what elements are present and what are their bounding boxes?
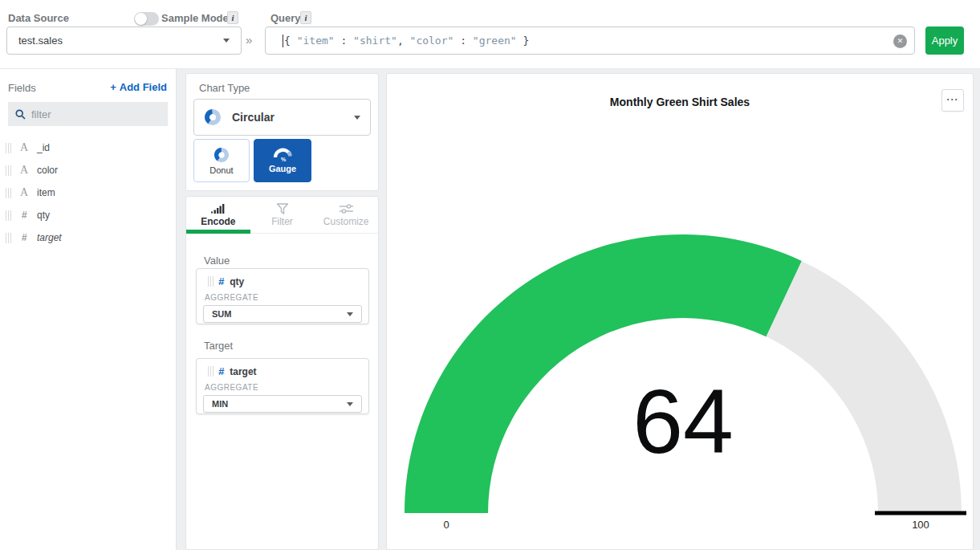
query-token: "item" bbox=[297, 35, 335, 47]
gauge-chart-icon: % bbox=[272, 148, 293, 161]
value-field-name: qty bbox=[230, 276, 244, 287]
query-token: "green" bbox=[473, 35, 517, 47]
fields-list: A_idAcolorAitem#qty#target bbox=[0, 136, 176, 249]
data-source-select[interactable]: test.sales bbox=[6, 26, 242, 55]
sample-mode-label: Sample Mode bbox=[161, 12, 229, 24]
query-token: , bbox=[397, 35, 410, 47]
field-name: qty bbox=[37, 210, 50, 221]
fields-title: Fields bbox=[8, 82, 36, 94]
gauge-value-text: 64 bbox=[523, 377, 844, 467]
query-token: } bbox=[517, 35, 530, 47]
chevron-separator-icon: » bbox=[246, 33, 252, 47]
query-token: : bbox=[335, 35, 353, 47]
bar-chart-icon bbox=[211, 203, 225, 214]
subtype-donut-button[interactable]: Donut bbox=[193, 139, 250, 182]
field-row-item[interactable]: Aitem bbox=[0, 181, 176, 204]
query-input[interactable]: { "item" : "shirt", "color" : "green" } bbox=[265, 26, 915, 55]
top-toolbar: Data Source Sample Mode i Query i test.s… bbox=[0, 0, 980, 69]
field-name: color bbox=[37, 165, 58, 176]
data-source-value: test.sales bbox=[18, 35, 63, 47]
drag-handle-icon[interactable] bbox=[208, 366, 213, 377]
chart-type-panel: Chart Type Circular Donut % Gauge bbox=[185, 73, 379, 191]
query-label: Query bbox=[270, 12, 301, 24]
search-icon bbox=[15, 109, 26, 120]
number-type-icon: # bbox=[218, 365, 224, 377]
plus-icon: + bbox=[110, 81, 116, 93]
query-token: { bbox=[284, 35, 297, 47]
subtype-gauge-button[interactable]: % Gauge bbox=[254, 139, 311, 182]
data-source-label: Data Source bbox=[8, 12, 69, 24]
chart-type-value: Circular bbox=[232, 111, 274, 124]
donut-chart-icon bbox=[213, 147, 230, 163]
tab-label: Filter bbox=[271, 216, 293, 227]
query-token: : bbox=[453, 35, 472, 47]
drag-handle-icon[interactable] bbox=[6, 188, 11, 198]
chart-type-label: Chart Type bbox=[199, 82, 250, 94]
toggle-knob-icon bbox=[135, 13, 147, 25]
gauge-chart bbox=[387, 74, 974, 550]
number-type-icon: # bbox=[218, 275, 224, 287]
donut-chart-icon bbox=[204, 108, 222, 126]
field-name: _id bbox=[37, 142, 50, 153]
chevron-down-icon bbox=[347, 402, 353, 406]
add-field-button[interactable]: +Add Field bbox=[110, 81, 167, 93]
query-token: "color" bbox=[410, 35, 454, 47]
string-type-icon: A bbox=[17, 164, 31, 177]
value-aggregate-select[interactable]: SUM bbox=[203, 305, 362, 323]
drag-handle-icon[interactable] bbox=[208, 276, 213, 287]
tab-filter[interactable]: Filter bbox=[250, 197, 315, 233]
sample-mode-toggle[interactable] bbox=[134, 12, 159, 26]
string-type-icon: A bbox=[17, 186, 31, 199]
target-field-card[interactable]: # target AGGREGATE MIN bbox=[196, 358, 369, 414]
tab-encode[interactable]: Encode bbox=[186, 197, 250, 233]
field-filter-box bbox=[8, 102, 168, 126]
string-type-icon: A bbox=[17, 141, 31, 154]
chart-type-select[interactable]: Circular bbox=[193, 99, 371, 136]
add-field-label: Add Field bbox=[120, 81, 167, 93]
target-field-name: target bbox=[230, 366, 256, 377]
value-section-label: Value bbox=[204, 255, 230, 267]
value-field-card[interactable]: # qty AGGREGATE SUM bbox=[196, 268, 369, 324]
fields-sidebar: Fields +Add Field A_idAcolorAitem#qty#ta… bbox=[0, 69, 177, 550]
tab-label: Encode bbox=[201, 216, 235, 227]
aggregate-value: MIN bbox=[212, 399, 228, 409]
field-row-target[interactable]: #target bbox=[0, 226, 176, 249]
encode-panel: Encode Filter Customize Value # qty AGGR… bbox=[185, 196, 379, 550]
query-info-icon[interactable]: i bbox=[300, 11, 311, 24]
subtype-label: Gauge bbox=[269, 164, 296, 173]
tab-label: Customize bbox=[323, 216, 369, 227]
aggregate-label: AGGREGATE bbox=[205, 383, 368, 392]
aggregate-label: AGGREGATE bbox=[205, 293, 368, 302]
field-row-color[interactable]: Acolor bbox=[0, 159, 176, 181]
field-row-qty[interactable]: #qty bbox=[0, 204, 176, 226]
drag-handle-icon[interactable] bbox=[6, 165, 11, 176]
field-filter-input[interactable] bbox=[31, 108, 152, 120]
drag-handle-icon[interactable] bbox=[6, 233, 11, 243]
query-token: "shirt" bbox=[353, 35, 397, 47]
field-name: target bbox=[37, 232, 62, 243]
sample-mode-info-icon[interactable]: i bbox=[227, 11, 238, 24]
text-cursor bbox=[283, 35, 283, 47]
drag-handle-icon[interactable] bbox=[6, 143, 11, 153]
clear-query-icon[interactable]: ✕ bbox=[893, 35, 907, 48]
builder-tabs: Encode Filter Customize bbox=[186, 197, 378, 234]
gauge-value-arc bbox=[405, 234, 802, 513]
number-type-icon: # bbox=[17, 232, 31, 243]
sliders-icon bbox=[340, 203, 353, 214]
number-type-icon: # bbox=[17, 210, 31, 221]
svg-text:%: % bbox=[281, 157, 287, 162]
chevron-down-icon bbox=[223, 39, 230, 43]
gauge-max-label: 100 bbox=[897, 519, 945, 531]
chevron-down-icon bbox=[347, 312, 353, 316]
gauge-min-label: 0 bbox=[422, 519, 470, 531]
chevron-down-icon bbox=[354, 116, 360, 120]
target-section-label: Target bbox=[204, 340, 233, 352]
tab-customize[interactable]: Customize bbox=[314, 197, 378, 233]
funnel-icon bbox=[277, 203, 288, 214]
aggregate-value: SUM bbox=[212, 309, 231, 319]
field-row-_id[interactable]: A_id bbox=[0, 136, 176, 159]
subtype-label: Donut bbox=[209, 165, 233, 175]
target-aggregate-select[interactable]: MIN bbox=[203, 395, 362, 413]
apply-button[interactable]: Apply bbox=[925, 26, 964, 55]
drag-handle-icon[interactable] bbox=[6, 210, 11, 221]
